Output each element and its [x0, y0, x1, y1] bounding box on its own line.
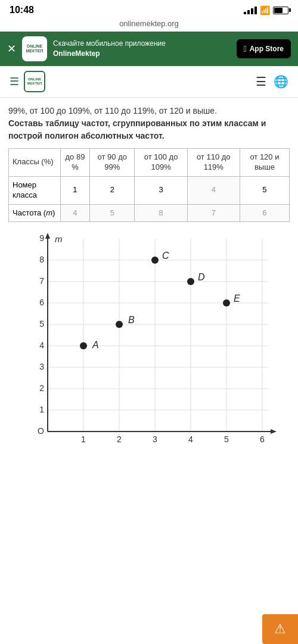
grid-lines-v [83, 239, 262, 432]
class-num-1: 1 [60, 176, 89, 204]
list-view-icon[interactable]: ☰ [256, 74, 266, 89]
col-header-3: от 100 до 109% [135, 149, 187, 177]
warning-button[interactable]: ⚠ [262, 614, 298, 644]
y-labels: O 1 2 3 4 5 6 7 8 9 [38, 233, 44, 436]
svg-text:O: O [38, 426, 44, 436]
grid-lines [48, 260, 268, 410]
url-text: onlinemektep.org [119, 19, 179, 28]
nav-logo: ONLINE МЕКТЕП [24, 71, 45, 92]
promo-text: Скачайте мобильное приложение OnlineMekt… [53, 39, 231, 59]
nav-bar: ☰ ONLINE МЕКТЕП ☰ 🌐 [0, 66, 298, 98]
frequency-polygon-chart: O 1 2 3 4 5 6 7 8 9 m 1 2 3 4 5 6 [12, 229, 286, 455]
svg-text:7: 7 [39, 276, 44, 286]
hamburger-menu-icon[interactable]: ☰ [10, 75, 19, 88]
svg-text:6: 6 [39, 298, 44, 307]
y-axis-label: m [55, 234, 63, 244]
globe-icon[interactable]: 🌐 [274, 74, 288, 89]
label-D: D [198, 272, 205, 282]
svg-text:4: 4 [39, 340, 44, 350]
freq-3[interactable]: 8 [135, 204, 187, 222]
promo-logo: ONLINE МЕКТЕП [22, 36, 47, 61]
warning-icon: ⚠ [274, 621, 286, 637]
url-bar: onlinemektep.org [0, 18, 298, 32]
point-D [187, 278, 194, 285]
x-labels: 1 2 3 4 5 6 [81, 434, 265, 444]
intro-text: 99%, от 100 до 109%, от 110 до 119%, от … [8, 105, 290, 142]
freq-1[interactable]: 4 [60, 204, 89, 222]
class-num-5: 5 [240, 176, 289, 204]
main-content: 99%, от 100 до 109%, от 110 до 119%, от … [0, 98, 298, 470]
nav-right: ☰ 🌐 [256, 74, 288, 89]
classes-label: Классы (%) [9, 149, 61, 177]
status-time: 10:48 [10, 5, 34, 15]
status-icons: 📶 [244, 5, 288, 15]
point-A [80, 342, 87, 349]
chart-container: O 1 2 3 4 5 6 7 8 9 m 1 2 3 4 5 6 [8, 224, 290, 462]
point-B [116, 321, 123, 328]
col-header-4: от 110 до 119% [187, 149, 240, 177]
svg-text:6: 6 [260, 434, 265, 444]
svg-text:8: 8 [39, 255, 44, 264]
y-axis-arrow [45, 233, 50, 239]
svg-text:4: 4 [188, 434, 193, 444]
intro-sentence: 99%, от 100 до 109%, от 110 до 119%, от … [8, 106, 217, 115]
label-E: E [234, 293, 240, 304]
app-store-button[interactable]:  App Store [237, 39, 291, 58]
promo-banner: ✕ ONLINE МЕКТЕП Скачайте мобильное прило… [0, 32, 298, 66]
svg-text:3: 3 [153, 434, 157, 444]
point-E [223, 299, 230, 307]
label-A: A [92, 340, 99, 350]
col-header-2: от 90 до 99% [90, 149, 135, 177]
promo-close-button[interactable]: ✕ [7, 43, 16, 54]
table-row-headers: Классы (%) до 89 % от 90 до 99% от 100 д… [9, 149, 290, 177]
label-C: C [162, 251, 169, 261]
table-row-frequency: Частота (m) 4 5 8 7 6 [9, 204, 290, 222]
freq-2[interactable]: 5 [90, 204, 135, 222]
svg-text:1: 1 [81, 434, 86, 444]
svg-text:3: 3 [39, 362, 44, 371]
svg-text:9: 9 [39, 233, 44, 243]
wifi-icon: 📶 [260, 5, 270, 15]
class-num-2: 2 [90, 176, 135, 204]
svg-text:5: 5 [39, 319, 44, 329]
svg-text:5: 5 [224, 434, 229, 444]
task-text: Составь таблицу частот, сгруппированных … [8, 118, 266, 140]
class-num-3: 3 [135, 176, 187, 204]
table-row-class-number: Номер класса 1 2 3 4 5 [9, 176, 290, 204]
class-number-label: Номер класса [9, 176, 61, 204]
svg-text:1: 1 [39, 405, 44, 414]
svg-text:2: 2 [117, 434, 122, 444]
col-header-1: до 89 % [60, 149, 89, 177]
status-bar: 10:48 📶 [0, 0, 298, 18]
col-header-5: от 120 и выше [240, 149, 289, 177]
svg-text:2: 2 [39, 383, 44, 393]
frequency-label: Частота (m) [9, 204, 61, 222]
class-num-4[interactable]: 4 [187, 176, 240, 204]
signal-bars-icon [244, 7, 257, 14]
nav-left: ☰ ONLINE МЕКТЕП [10, 71, 45, 92]
label-B: B [128, 315, 135, 325]
frequency-table: Классы (%) до 89 % от 90 до 99% от 100 д… [8, 148, 290, 222]
freq-5[interactable]: 6 [240, 204, 289, 222]
point-C [151, 257, 159, 264]
x-axis-arrow [271, 429, 277, 434]
battery-icon [273, 7, 288, 14]
apple-icon:  [244, 44, 247, 54]
freq-4[interactable]: 7 [187, 204, 240, 222]
